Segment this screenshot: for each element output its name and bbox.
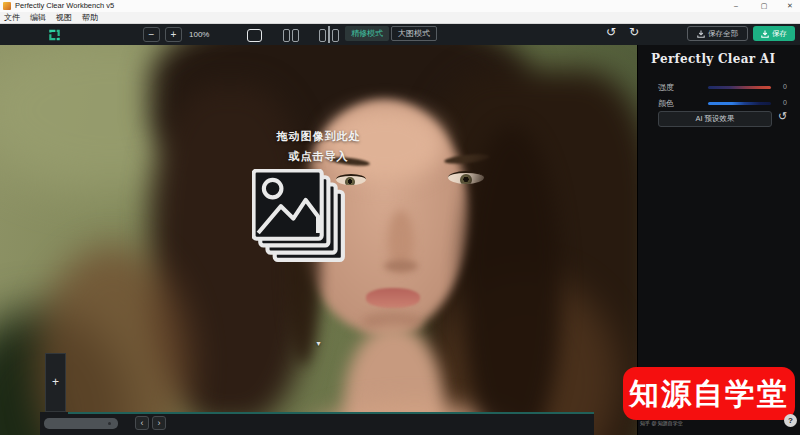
- save-all-button[interactable]: 保存全部: [687, 26, 748, 41]
- color-slider-label: 颜色: [658, 98, 674, 109]
- ai-preset-button[interactable]: AI 预设效果: [658, 111, 772, 127]
- menu-help[interactable]: 帮助: [82, 12, 98, 24]
- compare-view-icon: [319, 29, 326, 42]
- strength-slider-label: 强度: [658, 82, 674, 93]
- app-logo-icon: [47, 28, 62, 42]
- title-bar: Perfectly Clear Workbench v5 – ▢ ✕: [0, 0, 800, 12]
- reset-icon[interactable]: ↺: [778, 110, 787, 123]
- save-icon: [761, 30, 769, 38]
- maximize-button[interactable]: ▢: [754, 0, 774, 12]
- compare-view-button[interactable]: [319, 29, 339, 42]
- filmstrip-collapse-icon[interactable]: ▾: [0, 339, 637, 348]
- split-view-icon: [283, 29, 290, 42]
- help-button[interactable]: ?: [784, 414, 797, 427]
- single-view-button[interactable]: [247, 29, 262, 42]
- import-dropzone[interactable]: 拖动图像到此处 或点击导入: [0, 125, 637, 285]
- preview-canvas: 拖动图像到此处 或点击导入 ▾ + ‹ ›: [0, 45, 637, 435]
- single-view-icon: [247, 29, 262, 42]
- dropzone-text-line2: 或点击导入: [0, 149, 637, 164]
- tab-refine-mode[interactable]: 精修模式: [345, 26, 389, 41]
- menu-bar: 文件 编辑 视图 帮助: [0, 12, 800, 24]
- filmstrip-scrollbar[interactable]: [44, 418, 118, 429]
- zoom-level: 100%: [189, 30, 209, 39]
- close-button[interactable]: ✕: [780, 0, 800, 12]
- dropzone-text-line1: 拖动图像到此处: [0, 129, 637, 144]
- undo-icon[interactable]: ↺: [606, 25, 616, 39]
- menu-edit[interactable]: 编辑: [30, 12, 46, 24]
- filmstrip-bar: ‹ ›: [40, 412, 594, 435]
- save-icon: [697, 30, 705, 38]
- color-slider[interactable]: [708, 102, 771, 105]
- menu-view[interactable]: 视图: [56, 12, 72, 24]
- menu-file[interactable]: 文件: [4, 12, 20, 24]
- watermark-subtext: 知乎 @ 知源自学堂: [640, 420, 683, 426]
- stacked-photos-icon: [252, 169, 347, 264]
- mode-tabs: 精修模式 大图模式: [345, 26, 437, 41]
- minimize-button[interactable]: –: [726, 0, 746, 12]
- photo-layer: [366, 288, 420, 308]
- scrollbar-handle-dot: [108, 422, 111, 425]
- tab-large-view-mode[interactable]: 大图模式: [391, 26, 437, 41]
- zoom-out-button[interactable]: −: [143, 27, 160, 42]
- zoom-in-button[interactable]: +: [165, 27, 182, 42]
- panel-title: Perfectly Clear AI: [651, 52, 775, 66]
- previous-image-button[interactable]: ‹: [135, 416, 149, 430]
- next-image-button[interactable]: ›: [152, 416, 166, 430]
- filmstrip-divider: [68, 412, 594, 414]
- redo-icon[interactable]: ↻: [629, 25, 639, 39]
- watermark-badge: 知源自学堂: [623, 367, 795, 420]
- add-image-button[interactable]: +: [45, 353, 66, 412]
- window-title: Perfectly Clear Workbench v5: [15, 0, 114, 12]
- app-icon: [3, 2, 11, 10]
- strength-slider[interactable]: [708, 86, 771, 89]
- strength-slider-value: 0: [779, 83, 791, 90]
- app-window: Perfectly Clear Workbench v5 – ▢ ✕ 文件 编辑…: [0, 0, 800, 435]
- color-slider-value: 0: [779, 99, 791, 106]
- split-view-button[interactable]: [283, 29, 299, 42]
- save-button[interactable]: 保存: [753, 26, 795, 41]
